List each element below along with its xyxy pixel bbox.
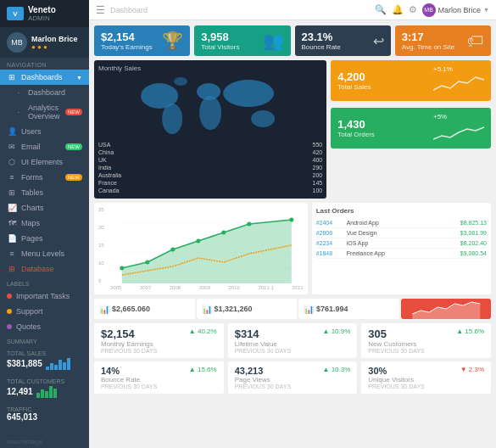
label-important: Important Tasks [16,292,82,300]
bottom-mini-2: 📊 $1,321,260 [197,299,298,319]
sidebar-item-ui[interactable]: ⬡ UI Elements [0,154,89,170]
bounce-label: Bounce Rate [302,43,369,51]
order-name: Vue Design [347,230,449,236]
mini-val-2: $1,321,260 [215,305,253,313]
topbar-chevron-icon: ▼ [483,7,489,13]
sidebar-label-important[interactable]: Important Tasks [0,288,89,304]
sidebar-item-label: Dashboards [21,73,72,81]
app-wrapper: V Veneto ADMIN MB Marlon Brice ● ● ● Nav… [0,0,496,448]
total-sales-value: 4,200 [337,70,371,83]
topbar-user[interactable]: MB Marlon Brice ▼ [422,3,489,17]
sidebar-label-quotes[interactable]: Quotes [0,319,89,334]
unique-pct: ▼ 2.3% [460,366,484,373]
menu-toggle-icon[interactable]: ☰ [96,4,105,16]
label-dot-red [7,294,12,299]
monthly-earnings-pct: ▲ 40.2% [189,328,217,335]
map-row-usa: USA550 [98,141,322,148]
total-orders-value: 1,430 [337,118,375,131]
label-quotes: Quotes [16,322,82,331]
customers-value: 305 [368,328,387,340]
orders-section: Last Orders #2404 Android App $8,825.13 … [312,203,491,294]
x-label: 2011 [292,285,303,290]
sidebar-item-users[interactable]: 👤 Users [0,124,89,139]
svg-point-16 [221,231,226,235]
svg-marker-11 [122,220,292,283]
red-sparkline-area [401,299,492,319]
monthly-sales-title: Monthly Sales [98,64,322,72]
order-name: Android App [347,220,449,226]
summary-section: Summary [0,334,89,346]
nav-label: Navigation [0,58,89,70]
dash-icon: · [14,88,24,97]
customers-prev: PREVIOUS 30 DAYS [368,348,484,354]
lifetime-prev: PREVIOUS 30 DAYS [235,348,351,354]
sidebar-item-label: Dashboard [28,88,82,97]
pageviews-value: 43,213 [235,366,264,376]
new-badge-green: NEW [65,143,82,150]
sidebar-item-dashboard[interactable]: · Dashboard [0,85,89,100]
sidebar-label-support[interactable]: Support [0,304,89,319]
sidebar-item-label: Email [21,143,61,151]
sidebar-item-maps[interactable]: 🗺 Maps [0,216,89,231]
gear-icon[interactable]: ⚙ [409,4,417,15]
visitors-label: Total Visitors [201,43,258,51]
pageviews-prev: PREVIOUS 30 DAYS [235,384,351,389]
chart-icon-3: 📊 [304,305,314,314]
last-stats-row: $2,154 ▲ 40.2% Monthly Earnings PREVIOUS… [94,323,491,358]
map-row-uk: UK400 [98,156,322,164]
sidebar-item-label: UI Elements [21,158,82,166]
sidebar-item-menu[interactable]: ≡ Menu Levels [0,246,89,261]
main-content: ☰ Dashboard 🔍 🔔 ⚙ MB Marlon Brice ▼ $2,1… [89,0,496,448]
chart-icon-2: 📊 [202,305,212,314]
svg-point-3 [199,96,221,130]
last-stat-customers: 305 ▲ 15.6% New Customers PREVIOUS 30 DA… [361,323,491,358]
monthly-earnings-label: Monthly Earnings [101,340,217,348]
sidebar-item-pages[interactable]: 📄 Pages [0,231,89,246]
topbar: ☰ Dashboard 🔍 🔔 ⚙ MB Marlon Brice ▼ [89,0,496,20]
forms-icon: ≡ [7,173,17,182]
label-dot-orange [7,309,12,314]
mini-chart-sales [46,356,70,370]
total-sales-label: Total Sales [337,83,371,91]
svg-point-13 [145,260,149,265]
brand-logo: V [7,7,24,20]
sidebar-item-forms[interactable]: ≡ Forms NEW [0,170,89,185]
earnings-label: Today's Earnings [101,43,158,51]
y-label-25: 25 [98,207,110,212]
sidebar-brand: V Veneto ADMIN [0,0,89,27]
sidebar-item-dashboards[interactable]: ⊞ Dashboards ▼ [0,70,89,85]
total-sales-card: 4,200 Total Sales +5.1% [331,60,491,101]
mini-val-1: $2,665.060 [112,305,150,313]
bounce-value: 23.1% [302,31,369,43]
sidebar-item-analytics[interactable]: · Analytics Overview NEW [0,100,89,124]
footer-stat-pageviews: 43,213 ▲ 10.3% Page Views PREVIOUS 30 DA… [228,361,358,394]
chart-icon-1: 📊 [99,305,109,314]
page-content: $2,154 Today's Earnings 🏆 3,958 Total Vi… [89,20,496,448]
tables-icon: ⊞ [7,188,17,197]
svg-point-4 [223,80,274,107]
map-row-china: China420 [98,148,322,156]
monthly-earnings-value: $2,154 [101,328,135,340]
sales-section: 4,200 Total Sales +5.1% 1, [331,60,491,199]
user-role: ● ● ● [31,43,78,51]
order-amount: $8,202.40 [453,240,487,246]
total-orders-card: 1,430 Total Orders +5% [331,108,491,148]
summary-traffic: TRAFFIC 645,013 [0,402,89,426]
bell-icon[interactable]: 🔔 [392,4,404,15]
sidebar-item-database[interactable]: ⊞ Database [0,261,89,277]
lifetime-value: $314 [235,328,259,340]
search-icon[interactable]: 🔍 [375,4,387,15]
sidebar-item-email[interactable]: ✉ Email NEW [0,139,89,154]
middle-row: Monthly Sales [94,60,491,199]
order-amount: $3,061.99 [453,230,487,236]
stat-card-visitors: 3,958 Total Visitors 👥 [194,25,290,56]
sidebar-item-label: Pages [21,234,82,243]
sidebar-item-charts[interactable]: 📈 Charts [0,200,89,216]
sidebar-item-label: Maps [21,219,82,227]
chart-y-axis: 25 20 15 10 5 [98,207,110,283]
db-icon: ⊞ [7,265,17,273]
topbar-user-name: Marlon Brice [438,6,482,14]
order-id: #1848 [316,250,343,256]
sidebar-item-tables[interactable]: ⊞ Tables [0,185,89,200]
unique-prev: PREVIOUS 30 DAYS [368,384,484,389]
